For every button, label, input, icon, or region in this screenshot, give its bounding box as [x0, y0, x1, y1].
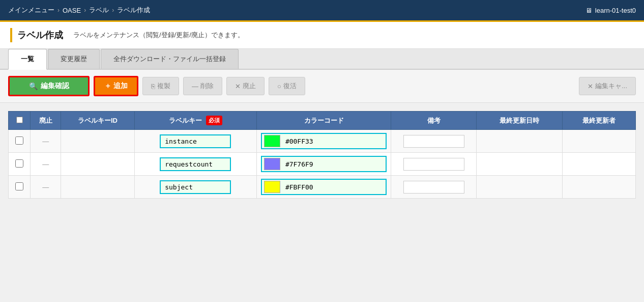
breadcrumb-main[interactable]: メインメニュー — [8, 6, 54, 15]
table-header-row: 廃止 ラベルキーID ラベルキー 必須 カラーコード 備考 最終更新日時 最終更… — [9, 112, 636, 130]
row2-label-key-id — [61, 153, 134, 176]
search-icon: 🔍 — [29, 82, 38, 90]
restore-button[interactable]: ○ 復活 — [269, 77, 305, 95]
breadcrumb-sep-1: › — [57, 7, 60, 14]
breadcrumb-sep-3: › — [112, 7, 114, 14]
row3-updated-at — [477, 176, 562, 199]
row1-color-input[interactable] — [282, 136, 333, 146]
row1-color-cell — [256, 130, 391, 153]
label-table: 廃止 ラベルキーID ラベルキー 必須 カラーコード 備考 最終更新日時 最終更… — [8, 111, 636, 199]
required-badge: 必須 — [206, 116, 222, 125]
page-title: ラベル作成 — [17, 29, 63, 41]
tab-download[interactable]: 全件ダウンロード・ファイル一括登録 — [101, 49, 239, 69]
table-row: — — [9, 130, 636, 153]
breadcrumb-current: ラベル作成 — [117, 6, 150, 15]
row2-checkbox[interactable] — [15, 159, 23, 168]
th-label-key-id: ラベルキーID — [61, 112, 134, 130]
row2-color-input[interactable] — [282, 159, 333, 169]
row3-disabled: — — [31, 176, 61, 199]
th-label-key: ラベルキー 必須 — [134, 112, 256, 130]
tab-history[interactable]: 変更履歴 — [48, 49, 100, 69]
row1-updated-at — [477, 130, 562, 153]
circle-icon: ○ — [277, 83, 281, 90]
row2-color-wrapper — [261, 156, 387, 172]
row3-dash: — — [42, 183, 49, 191]
add-button[interactable]: ＋ 追加 — [94, 76, 138, 96]
row2-updated-at — [477, 153, 562, 176]
row3-updated-by — [562, 176, 635, 199]
row3-label-key-cell — [134, 176, 256, 199]
row2-label-key-input[interactable] — [160, 157, 231, 171]
th-note: 備考 — [391, 112, 477, 130]
discard-label: 廃止 — [243, 81, 256, 91]
row3-color-input[interactable] — [282, 182, 333, 192]
page-header: ラベル作成 ラベルをメンテナンス（閲覧/登録/更新/廃止）できます。 — [0, 22, 644, 49]
row2-color-swatch[interactable] — [264, 158, 280, 170]
row1-label-key-cell — [134, 130, 256, 153]
row3-note-cell — [391, 176, 477, 199]
edit-x-icon: ✕ — [588, 83, 593, 90]
row2-color-cell — [256, 153, 391, 176]
plus-icon: ＋ — [104, 81, 111, 91]
page-description: ラベルをメンテナンス（閲覧/登録/更新/廃止）できます。 — [73, 31, 244, 40]
minus-icon: — — [192, 83, 198, 90]
delete-label: 削除 — [200, 81, 214, 91]
row3-label-key-input[interactable] — [160, 180, 231, 194]
row1-checkbox[interactable] — [15, 136, 23, 145]
row3-label-key-id — [61, 176, 134, 199]
edit-confirm-button[interactable]: 🔍 編集確認 — [8, 76, 90, 96]
breadcrumb-oase[interactable]: OASE — [63, 7, 81, 14]
row2-note-input[interactable] — [403, 158, 464, 171]
username: learn-01-test0 — [595, 7, 636, 14]
top-nav-right: 🖥 learn-01-test0 — [586, 7, 636, 14]
edit-cancel-label: 編集キャ... — [595, 81, 627, 91]
edit-cancel-button[interactable]: ✕ 編集キャ... — [579, 77, 636, 95]
row2-updated-by — [562, 153, 635, 176]
row3-color-cell — [256, 176, 391, 199]
tab-list[interactable]: 一覧 — [8, 49, 47, 70]
th-disabled: 廃止 — [31, 112, 61, 130]
th-updated-by: 最終更新者 — [562, 112, 635, 130]
add-label: 追加 — [113, 81, 128, 91]
row1-updated-by — [562, 130, 635, 153]
copy-icon: ⎘ — [151, 83, 155, 90]
tabs-bar: 一覧 変更履歴 全件ダウンロード・ファイル一括登録 — [0, 49, 644, 70]
row2-dash: — — [42, 160, 49, 168]
row3-checkbox-cell — [9, 176, 31, 199]
delete-button[interactable]: — 削除 — [183, 77, 222, 95]
th-updated-at: 最終更新日時 — [477, 112, 562, 130]
restore-label: 復活 — [283, 81, 297, 91]
page-title-bar — [10, 28, 12, 42]
copy-button[interactable]: ⎘ 複製 — [142, 77, 179, 95]
select-all-checkbox[interactable] — [16, 117, 23, 123]
copy-label: 複製 — [157, 81, 170, 91]
page-title-wrapper: ラベル作成 — [10, 28, 63, 42]
row2-label-key-cell — [134, 153, 256, 176]
row2-disabled: — — [31, 153, 61, 176]
table-row: — — [9, 153, 636, 176]
breadcrumb-sep-2: › — [84, 7, 86, 14]
row1-note-cell — [391, 130, 477, 153]
monitor-icon: 🖥 — [586, 7, 592, 14]
top-nav: メインメニュー › OASE › ラベル › ラベル作成 🖥 learn-01-… — [0, 0, 644, 20]
row2-note-cell — [391, 153, 477, 176]
row1-checkbox-cell — [9, 130, 31, 153]
row1-color-wrapper — [261, 133, 387, 149]
cross-icon: ✕ — [235, 83, 241, 90]
row3-checkbox[interactable] — [15, 182, 23, 190]
row1-color-swatch[interactable] — [264, 135, 280, 147]
row3-color-swatch[interactable] — [264, 181, 280, 193]
breadcrumb-label[interactable]: ラベル — [89, 6, 109, 15]
row3-note-input[interactable] — [403, 181, 464, 194]
row2-checkbox-cell — [9, 153, 31, 176]
th-color-code: カラーコード — [256, 112, 391, 130]
row1-dash: — — [42, 138, 49, 145]
row1-note-input[interactable] — [403, 135, 464, 148]
edit-confirm-label: 編集確認 — [41, 81, 69, 91]
row1-disabled: — — [31, 130, 61, 153]
row1-label-key-input[interactable] — [160, 134, 231, 148]
breadcrumb: メインメニュー › OASE › ラベル › ラベル作成 — [8, 6, 150, 15]
th-label-key-text: ラベルキー — [169, 116, 202, 125]
discard-button[interactable]: ✕ 廃止 — [226, 77, 265, 95]
toolbar: 🔍 編集確認 ＋ 追加 ⎘ 複製 — 削除 ✕ 廃止 ○ 復活 ✕ 編集キャ..… — [0, 70, 644, 103]
